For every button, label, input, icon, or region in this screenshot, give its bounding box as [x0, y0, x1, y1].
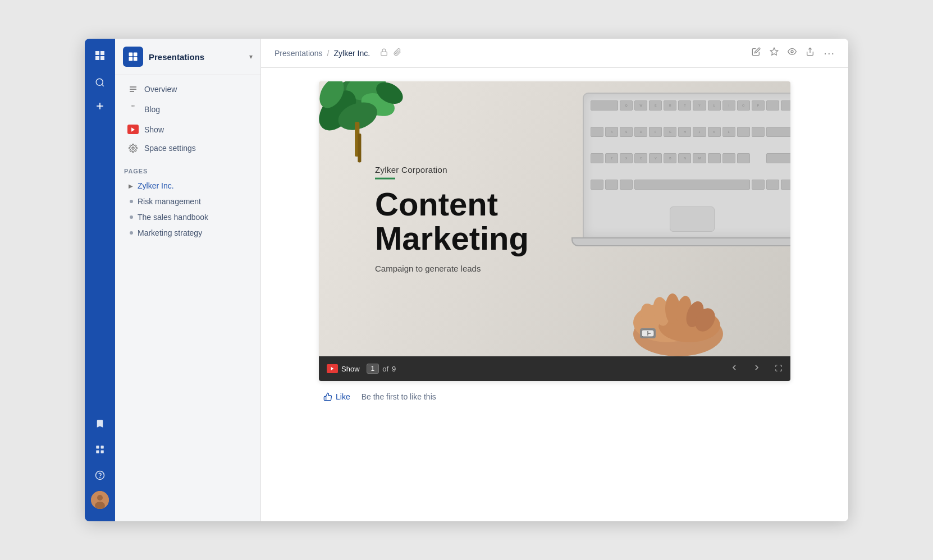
sidebar-item-blog-label: Blog [144, 105, 160, 114]
prev-slide-button[interactable] [728, 361, 741, 377]
page-item-marketing[interactable]: Marketing strategy [124, 225, 251, 241]
svg-marker-22 [771, 48, 778, 55]
sidebar-nav: Overview " Blog Show [115, 75, 260, 162]
bullet-icon [130, 231, 133, 235]
main-content: Presentations / Zylker Inc. [261, 39, 848, 521]
page-item-zylker[interactable]: ▶ Zylker Inc. [124, 178, 251, 194]
bullet-icon [130, 215, 133, 219]
like-button[interactable]: Like [319, 390, 355, 403]
slide-image: Q W E R T Y U I O P [319, 81, 790, 356]
svg-rect-33 [358, 134, 361, 162]
bookmarks-icon[interactable] [90, 414, 110, 434]
slide-title-line2: Marketing [375, 220, 529, 256]
sidebar-item-overview[interactable]: Overview [118, 80, 257, 98]
sidebar-item-show-label: Show [144, 125, 164, 134]
fullscreen-button[interactable] [775, 364, 783, 374]
svg-rect-5 [96, 451, 99, 453]
svg-rect-13 [134, 53, 138, 57]
space-name: Presentations [149, 52, 244, 62]
current-page: 1 [367, 364, 379, 374]
like-section: Like Be the first to like this [319, 381, 790, 412]
toolbar-right: ··· [752, 47, 835, 59]
svg-point-8 [100, 477, 100, 478]
breadcrumb: Presentations / Zylker Inc. [275, 48, 401, 58]
sidebar-item-settings-label: Space settings [144, 144, 196, 153]
page-item-sales[interactable]: The sales handbook [124, 209, 251, 225]
svg-rect-3 [96, 446, 99, 448]
sidebar-item-overview-label: Overview [144, 85, 177, 94]
slide-toolbar: Show 1 of 9 [319, 356, 790, 381]
show-label: Show [341, 365, 360, 373]
show-play-icon [327, 364, 338, 373]
user-avatar[interactable] [91, 491, 109, 509]
chevron-down-icon: ▾ [249, 53, 253, 61]
icon-bar [85, 39, 115, 521]
page-item-zylker-label: Zylker Inc. [138, 181, 174, 190]
svg-point-10 [97, 495, 103, 501]
share-icon[interactable] [806, 47, 815, 59]
svg-point-23 [791, 51, 793, 53]
svg-rect-21 [381, 52, 387, 55]
total-pages: 9 [392, 365, 396, 373]
app-logo[interactable] [90, 45, 110, 66]
overview-icon [127, 85, 139, 94]
sidebar: Presentations ▾ Overview " Blog [115, 39, 261, 521]
svg-rect-14 [129, 57, 133, 61]
svg-point-20 [132, 147, 134, 149]
top-bar: Presentations / Zylker Inc. [261, 39, 848, 68]
sidebar-item-blog[interactable]: " Blog [118, 99, 257, 120]
svg-rect-12 [129, 53, 133, 57]
svg-marker-19 [131, 127, 135, 132]
slide-title-line1: Content [375, 186, 498, 222]
slide-title: Content Marketing [375, 187, 529, 256]
space-header[interactable]: Presentations ▾ [115, 39, 260, 75]
blog-icon: " [127, 103, 139, 115]
slide-text-area: Zylker Corporation Content Marketing Cam… [375, 165, 529, 273]
page-item-risk-label: Risk management [138, 197, 201, 206]
page-indicator: 1 of 9 [367, 364, 396, 374]
of-label: of [382, 365, 388, 373]
slide-container: Q W E R T Y U I O P [319, 81, 790, 381]
bullet-icon [130, 200, 133, 203]
breadcrumb-current: Zylker Inc. [334, 49, 371, 58]
show-icon [127, 125, 139, 134]
pages-section: PAGES ▶ Zylker Inc. Risk management The … [115, 162, 260, 244]
breadcrumb-space[interactable]: Presentations [275, 49, 323, 58]
search-icon[interactable] [90, 72, 110, 93]
breadcrumb-separator: / [327, 49, 330, 58]
content-area: Q W E R T Y U I O P [261, 68, 848, 521]
more-icon[interactable]: ··· [824, 47, 835, 59]
svg-rect-4 [101, 446, 104, 448]
svg-marker-47 [331, 367, 334, 370]
watch-icon[interactable] [788, 47, 797, 59]
space-icon [123, 47, 143, 67]
slide-underline [375, 178, 395, 180]
svg-rect-15 [134, 57, 138, 61]
breadcrumb-icons [380, 48, 401, 58]
edit-icon[interactable] [752, 47, 761, 59]
sidebar-item-show[interactable]: Show [118, 120, 257, 139]
like-description: Be the first to like this [362, 392, 436, 401]
slide-subtitle: Campaign to generate leads [375, 263, 529, 273]
gear-icon [127, 144, 139, 153]
page-item-marketing-label: Marketing strategy [138, 228, 202, 237]
slide-company: Zylker Corporation [375, 165, 529, 175]
expand-chevron-icon: ▶ [129, 183, 133, 189]
page-item-risk[interactable]: Risk management [124, 194, 251, 209]
slide-nav [728, 361, 783, 377]
lock-icon [380, 48, 388, 58]
page-item-sales-label: The sales handbook [138, 213, 208, 222]
like-label: Like [336, 392, 350, 401]
help-icon[interactable] [90, 465, 110, 485]
pages-label: PAGES [124, 168, 251, 175]
show-badge: Show [327, 364, 360, 373]
star-icon[interactable] [770, 47, 779, 59]
apps-grid-icon[interactable] [90, 439, 110, 460]
add-icon[interactable] [90, 96, 110, 116]
presentation-wrapper: Q W E R T Y U I O P [319, 81, 790, 412]
svg-rect-6 [101, 451, 104, 453]
attachment-icon [394, 48, 401, 58]
sidebar-item-settings[interactable]: Space settings [118, 139, 257, 157]
next-slide-button[interactable] [750, 361, 763, 377]
svg-point-0 [96, 79, 103, 85]
